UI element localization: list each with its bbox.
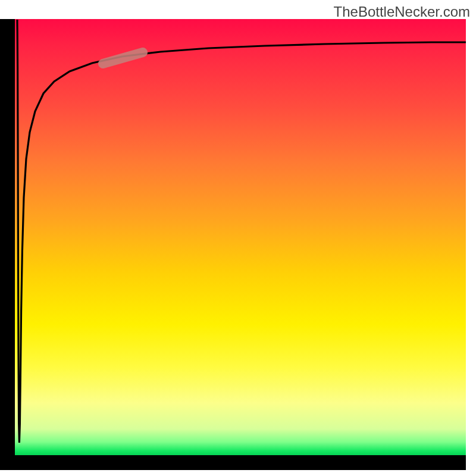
watermark-text: TheBottleNecker.com [334,4,470,20]
plot-area [15,19,466,455]
x-axis [0,455,466,470]
bottleneck-curve [17,20,466,443]
curve-layer [15,19,466,455]
y-axis [0,19,15,455]
highlight-marker [103,52,143,64]
chart-container: TheBottleNecker.com [0,0,476,476]
